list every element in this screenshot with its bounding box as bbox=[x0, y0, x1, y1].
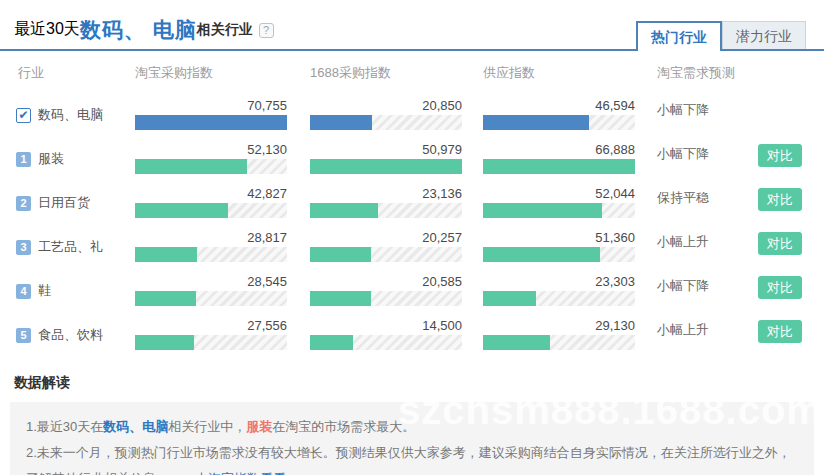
industry-cell: ✔ 3 工艺品、礼 bbox=[0, 218, 135, 262]
compare-button[interactable]: 对比 bbox=[758, 276, 802, 299]
compare-button[interactable]: 对比 bbox=[758, 188, 802, 211]
insight-text: 2.未来一个月，预测热门行业市场需求没有较大增长。预测结果仅供大家参考，建议采购… bbox=[26, 445, 791, 475]
supply-index-cell: 52,044 bbox=[483, 186, 635, 218]
rank-badge: 1 bbox=[16, 152, 31, 167]
supply-index-bar bbox=[483, 203, 635, 218]
taobao-index-bar bbox=[135, 335, 287, 350]
rank-badge: 2 bbox=[16, 196, 31, 211]
taobao-index-value: 42,827 bbox=[135, 186, 287, 201]
taobao-index-cell: 42,827 bbox=[135, 186, 287, 218]
column-header-forecast: 淘宝需求预测 bbox=[657, 64, 736, 82]
supply-index-bar bbox=[483, 159, 635, 174]
1688-index-cell: 14,500 bbox=[310, 318, 462, 350]
supply-index-value: 23,303 bbox=[483, 274, 635, 289]
taobao-index-cell: 28,817 bbox=[135, 230, 287, 262]
supply-index-value: 66,888 bbox=[483, 142, 635, 157]
rank-badge: 4 bbox=[16, 284, 31, 299]
supply-index-value: 29,130 bbox=[483, 318, 635, 333]
1688-index-cell: 23,136 bbox=[310, 186, 462, 218]
table-row: ✔ 4 鞋 28,545 20,585 23,303 小幅下降 对比 bbox=[0, 262, 824, 306]
industry-label: 鞋 bbox=[38, 282, 51, 300]
industry-cell: ✔ 4 鞋 bbox=[0, 262, 135, 306]
taobao-index-bar bbox=[135, 159, 287, 174]
help-icon[interactable]: ? bbox=[259, 23, 274, 38]
industry-label: 数码、电脑 bbox=[38, 106, 103, 124]
tab-hot-industries[interactable]: 热门行业 bbox=[636, 21, 722, 51]
supply-index-cell: 23,303 bbox=[483, 274, 635, 306]
industry-cell: ✔ 数码、电脑 bbox=[0, 86, 135, 130]
forecast-label: 保持平稳 bbox=[657, 189, 736, 218]
compare-cell: 对比 bbox=[758, 100, 804, 130]
insight-text: 在淘宝的市场需求最大。 bbox=[272, 419, 415, 434]
taobao-index-bar bbox=[135, 291, 287, 306]
forecast-label: 小幅下降 bbox=[657, 145, 736, 174]
taobao-index-value: 70,755 bbox=[135, 98, 287, 113]
taobao-index-bar bbox=[135, 203, 287, 218]
industry-label: 工艺品、礼 bbox=[38, 238, 103, 256]
taobao-index-cell: 28,545 bbox=[135, 274, 287, 306]
supply-index-bar bbox=[483, 291, 635, 306]
table-row: ✔ 数码、电脑 70,755 20,850 46,594 小幅下降 对比 bbox=[0, 86, 824, 130]
supply-index-bar bbox=[483, 335, 635, 350]
title-industry: 数码、 电脑 bbox=[80, 18, 197, 41]
insight-line-2: 2.未来一个月，预测热门行业市场需求没有较大增长。预测结果仅供大家参考，建议采购… bbox=[26, 440, 798, 475]
compare-cell: 对比 bbox=[758, 144, 804, 174]
1688-index-cell: 20,585 bbox=[310, 274, 462, 306]
insight-top-industry-highlight: 服装 bbox=[246, 419, 272, 434]
1688-index-cell: 50,979 bbox=[310, 142, 462, 174]
rank-badge: 5 bbox=[16, 328, 31, 343]
taobao-index-bar bbox=[135, 115, 287, 130]
1688-index-value: 20,585 bbox=[310, 274, 462, 289]
forecast-label: 小幅上升 bbox=[657, 321, 736, 350]
insight-text: 1.最近30天在 bbox=[26, 419, 103, 434]
industry-cell: ✔ 5 食品、饮料 bbox=[0, 306, 135, 350]
1688-index-value: 23,136 bbox=[310, 186, 462, 201]
title-prefix: 最近30天 bbox=[14, 20, 80, 37]
industry-label: 日用百货 bbox=[38, 194, 90, 212]
industry-checkbox[interactable]: ✔ bbox=[16, 108, 31, 123]
table-row: ✔ 1 服装 52,130 50,979 66,888 小幅下降 对比 bbox=[0, 130, 824, 174]
supply-index-cell: 29,130 bbox=[483, 318, 635, 350]
compare-button[interactable]: 对比 bbox=[758, 144, 802, 167]
table-row: ✔ 2 日用百货 42,827 23,136 52,044 保持平稳 对比 bbox=[0, 174, 824, 218]
insight-text: 相关行业中， bbox=[168, 419, 246, 434]
forecast-label: 小幅下降 bbox=[657, 277, 736, 306]
compare-button[interactable]: 对比 bbox=[758, 232, 802, 255]
forecast-label: 小幅下降 bbox=[657, 101, 736, 130]
tab-bar: 热门行业 潜力行业 bbox=[636, 21, 806, 51]
1688-index-bar bbox=[310, 203, 462, 218]
1688-index-cell: 20,257 bbox=[310, 230, 462, 262]
1688-index-value: 50,979 bbox=[310, 142, 462, 157]
taobao-index-value: 28,817 bbox=[135, 230, 287, 245]
taobao-index-link[interactable]: 去淘宝指数看看>> bbox=[195, 471, 301, 475]
taobao-index-value: 52,130 bbox=[135, 142, 287, 157]
title-suffix: 相关行业 bbox=[197, 21, 253, 37]
1688-index-value: 20,850 bbox=[310, 98, 462, 113]
supply-index-value: 46,594 bbox=[483, 98, 635, 113]
tab-potential-industries[interactable]: 潜力行业 bbox=[722, 21, 806, 49]
1688-index-cell: 20,850 bbox=[310, 98, 462, 130]
table-header: 行业 淘宝采购指数 1688采购指数 供应指数 淘宝需求预测 bbox=[0, 64, 824, 82]
insight-line-1: 1.最近30天在数码、电脑相关行业中，服装在淘宝的市场需求最大。 bbox=[26, 414, 798, 440]
supply-index-cell: 66,888 bbox=[483, 142, 635, 174]
1688-index-value: 20,257 bbox=[310, 230, 462, 245]
page-title: 最近30天数码、 电脑相关行业? bbox=[14, 16, 274, 44]
column-header-industry: 行业 bbox=[0, 64, 135, 82]
supply-index-bar bbox=[483, 115, 635, 130]
table-body: ✔ 数码、电脑 70,755 20,850 46,594 小幅下降 对比 bbox=[0, 86, 824, 350]
taobao-index-cell: 52,130 bbox=[135, 142, 287, 174]
supply-index-value: 51,360 bbox=[483, 230, 635, 245]
forecast-label: 小幅上升 bbox=[657, 233, 736, 262]
industry-label: 服装 bbox=[38, 150, 64, 168]
supply-index-value: 52,044 bbox=[483, 186, 635, 201]
compare-cell: 对比 bbox=[758, 232, 804, 262]
insight-industry-highlight: 数码、电脑 bbox=[103, 419, 168, 434]
column-header-1688-index: 1688采购指数 bbox=[310, 64, 462, 82]
1688-index-bar bbox=[310, 159, 462, 174]
column-header-supply-index: 供应指数 bbox=[483, 64, 635, 82]
1688-index-bar bbox=[310, 115, 462, 130]
insights-title: 数据解读 bbox=[14, 374, 824, 392]
compare-cell: 对比 bbox=[758, 276, 804, 306]
supply-index-cell: 51,360 bbox=[483, 230, 635, 262]
compare-button[interactable]: 对比 bbox=[758, 320, 802, 343]
